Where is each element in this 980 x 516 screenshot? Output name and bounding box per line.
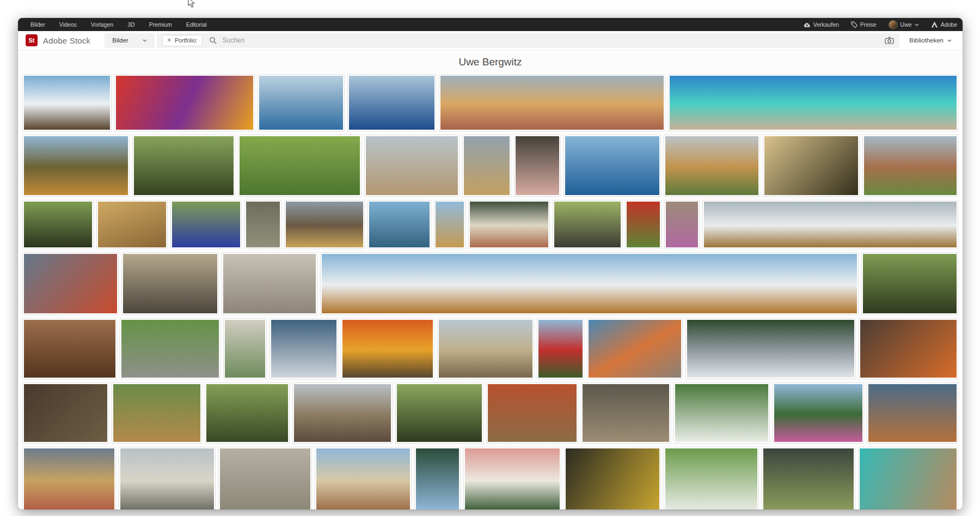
photo-window-view[interactable]: [415, 447, 460, 509]
brand-name[interactable]: Adobe Stock: [43, 36, 90, 45]
browser-window: Bilder Videos Vorlagen 3D Premium Editor…: [18, 18, 963, 509]
photo-peacock-window[interactable]: [23, 319, 117, 379]
photo-ranakpur-temple[interactable]: [438, 319, 534, 379]
photo-quito-alley[interactable]: [293, 383, 392, 443]
photo-scarlet-macaw[interactable]: [626, 201, 661, 248]
portfolio-content: Uwe Bergwitz: [18, 50, 963, 509]
photo-anaconda-sand[interactable]: [763, 135, 859, 196]
photo-bay-of-fires[interactable]: [587, 319, 683, 379]
photo-toucan-glance[interactable]: [862, 253, 958, 314]
photo-macro-photographer[interactable]: [23, 383, 108, 443]
photo-tundra-panorama[interactable]: [321, 253, 858, 314]
photo-gold-dredge[interactable]: [285, 201, 364, 248]
search-input[interactable]: [222, 36, 885, 45]
photo-atacama-lagoon[interactable]: [669, 75, 958, 131]
photo-weathered-facade[interactable]: [219, 447, 311, 509]
sell-label: Verkaufen: [813, 21, 839, 28]
portfolio-filter-chip[interactable]: ✕ Portfolio:: [162, 35, 203, 46]
photo-lioness[interactable]: [112, 383, 201, 443]
photo-klipspringer-dusk[interactable]: [867, 383, 958, 443]
photo-greater-rhea[interactable]: [122, 253, 218, 314]
adobe-stock-logo[interactable]: St: [26, 34, 38, 46]
photo-rainforest-creek[interactable]: [686, 319, 855, 379]
photo-pantanal-aerial[interactable]: [238, 135, 362, 196]
photo-koala-joey[interactable]: [222, 253, 317, 314]
photo-toucan-mossy-branch[interactable]: [396, 383, 483, 443]
photo-imperial-palace[interactable]: [464, 447, 561, 509]
photo-hyacinth-macaw[interactable]: [171, 201, 241, 248]
photo-paraty-street[interactable]: [315, 447, 411, 509]
photo-denali-mountain[interactable]: [23, 75, 111, 131]
photo-zebra-pair[interactable]: [553, 201, 622, 248]
photo-alaska-autumn-valley[interactable]: [23, 135, 129, 196]
desktop: Bilder Videos Vorlagen 3D Premium Editor…: [0, 0, 980, 516]
photo-toucan-perched[interactable]: [133, 135, 234, 196]
photo-sally-lightfoot-crab[interactable]: [23, 253, 118, 314]
photo-toucan-bare-branch[interactable]: [205, 383, 289, 443]
photo-lizard-bark[interactable]: [245, 201, 281, 248]
photo-egret-reeds[interactable]: [674, 383, 769, 443]
nav-item-videos[interactable]: Videos: [52, 21, 84, 28]
sell-link[interactable]: Verkaufen: [803, 21, 839, 28]
libraries-dropdown[interactable]: Bibliotheken: [909, 37, 952, 44]
photo-frog-fungus[interactable]: [859, 319, 958, 379]
pricing-link[interactable]: Preise: [851, 21, 877, 28]
gallery-row: [23, 75, 958, 131]
asset-type-dropdown[interactable]: Bilder: [105, 33, 154, 48]
photo-wildflower-meadow[interactable]: [773, 383, 863, 443]
photo-toucan-soft-light[interactable]: [23, 201, 93, 248]
photo-giraffe-portrait[interactable]: [434, 201, 465, 248]
photo-gallery: [18, 74, 963, 509]
photo-sea-cliffs[interactable]: [859, 447, 958, 509]
nav-item-bilder[interactable]: Bilder: [23, 21, 52, 28]
nav-item-3d[interactable]: 3D: [120, 21, 142, 28]
nav-item-premium[interactable]: Premium: [142, 21, 179, 28]
nav-item-editorial[interactable]: Editorial: [179, 21, 214, 28]
photo-honeyeater-bottlebrush[interactable]: [537, 319, 583, 379]
adobe-label: Adobe: [941, 21, 957, 28]
photo-temple-carvings[interactable]: [97, 201, 167, 248]
photo-thorny-devil[interactable]: [487, 383, 578, 443]
photo-andean-textiles[interactable]: [115, 75, 254, 131]
photo-hillside-houses[interactable]: [439, 75, 665, 131]
nav-item-vorlagen[interactable]: Vorlagen: [84, 21, 120, 28]
cloud-upload-icon: [803, 22, 811, 28]
gallery-row: [23, 201, 958, 248]
photo-giraffe-trio[interactable]: [664, 135, 759, 196]
adobe-logo-icon: [931, 21, 938, 28]
photo-llama-desert[interactable]: [365, 135, 459, 196]
search-bar[interactable]: ✕ Portfolio:: [157, 33, 900, 48]
gallery-row: [23, 135, 958, 196]
photo-darwin-finch[interactable]: [120, 319, 220, 379]
adobe-home-link[interactable]: Adobe: [931, 21, 957, 28]
photo-denali-panorama[interactable]: [703, 201, 958, 248]
photo-monument-square[interactable]: [119, 447, 215, 509]
search-icon: [209, 37, 217, 44]
page-title: Uwe Bergwitz: [18, 50, 963, 74]
photo-jabiru-stork[interactable]: [664, 447, 758, 509]
photo-clock-tower[interactable]: [463, 135, 511, 196]
libraries-label: Bibliotheken: [909, 37, 944, 44]
photo-caiman-jaws[interactable]: [762, 447, 855, 509]
remove-filter-icon[interactable]: ✕: [167, 38, 171, 43]
photo-anaconda-closeup[interactable]: [565, 447, 660, 509]
photo-whale-fin-breach[interactable]: [564, 135, 660, 196]
visual-search-camera-icon[interactable]: [885, 37, 894, 44]
photo-painted-elephant[interactable]: [665, 201, 699, 248]
user-menu[interactable]: Uwe: [889, 20, 919, 29]
top-nav-bar: Bilder Videos Vorlagen 3D Premium Editor…: [18, 18, 963, 31]
top-nav-left: Bilder Videos Vorlagen 3D Premium Editor…: [23, 21, 214, 28]
search-header-bar: St Adobe Stock Bilder ✕ Portfolio:: [18, 31, 963, 50]
mouse-cursor: [188, 0, 195, 9]
photo-booby-rock[interactable]: [270, 319, 337, 379]
photo-pink-dolphins[interactable]: [514, 135, 560, 196]
photo-whale-breach-deep[interactable]: [348, 75, 436, 131]
photo-fjord-cliffs[interactable]: [368, 201, 431, 248]
photo-boto-snout[interactable]: [581, 383, 670, 443]
photo-ouro-preto-town[interactable]: [469, 201, 549, 248]
photo-port-arthur-ruins[interactable]: [863, 135, 958, 196]
photo-storm-hillside-houses[interactable]: [23, 447, 115, 509]
photo-torch-lilies[interactable]: [341, 319, 434, 379]
photo-booby-dance[interactable]: [224, 319, 266, 379]
photo-whale-breach-calm[interactable]: [258, 75, 344, 131]
